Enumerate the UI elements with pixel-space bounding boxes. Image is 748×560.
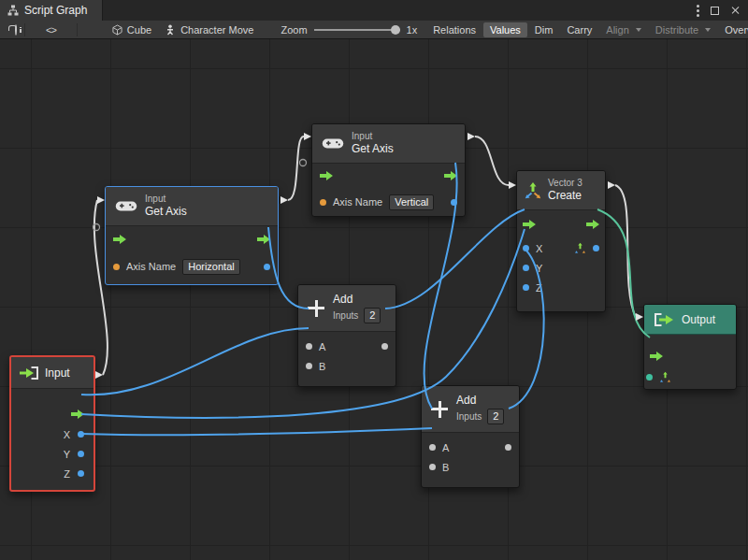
- unity-script-graph-window: Script Graph <> Cube Character Move: [0, 0, 748, 560]
- flow-out-port[interactable]: [444, 171, 457, 180]
- flow-in-port[interactable]: [523, 220, 536, 229]
- input-b-label: B: [319, 361, 325, 372]
- node-vector3-create[interactable]: Vector 3 Create X: [516, 170, 606, 312]
- input-a-label: A: [442, 442, 449, 453]
- node-title: Add: [333, 293, 381, 308]
- node-category: Vector 3: [548, 177, 583, 189]
- maximize-icon[interactable]: [711, 7, 719, 15]
- flow-out-port[interactable]: [257, 235, 270, 244]
- y-in-port[interactable]: [523, 265, 529, 271]
- breadcrumb-character-move-label: Character Move: [180, 24, 253, 36]
- overview-button[interactable]: Overv: [718, 22, 748, 37]
- gamepad-icon: [322, 136, 344, 151]
- breadcrumb-cube-label: Cube: [127, 24, 151, 36]
- breadcrumb-character-move[interactable]: Character Move: [158, 22, 260, 37]
- axis-name-value-field[interactable]: Vertical: [389, 194, 434, 210]
- sum-out-port[interactable]: [381, 343, 388, 350]
- node-title: Output: [682, 313, 715, 326]
- overview-label: Overv: [725, 24, 748, 36]
- x-label: X: [536, 243, 542, 254]
- align-label: Align: [606, 24, 628, 36]
- node-header: Add Inputs 2: [422, 386, 519, 433]
- node-header: Input: [11, 357, 94, 389]
- input-a-port[interactable]: [306, 343, 312, 350]
- info-icon[interactable]: [15, 24, 17, 36]
- node-header: Vector 3 Create: [517, 171, 605, 210]
- x-out-port[interactable]: [78, 431, 84, 438]
- breadcrumb-cube[interactable]: Cube: [106, 22, 158, 37]
- separator: [24, 23, 25, 36]
- tab-script-graph[interactable]: Script Graph: [0, 0, 103, 21]
- result-out-port[interactable]: [451, 199, 457, 206]
- align-dropdown[interactable]: Align: [599, 22, 647, 37]
- node-add-2[interactable]: Add Inputs 2 A B: [421, 385, 520, 488]
- carry-label: Carry: [567, 24, 592, 36]
- script-graph-icon: [7, 5, 19, 16]
- axis-name-label: Axis Name: [333, 196, 382, 208]
- input-b-port[interactable]: [306, 363, 312, 369]
- node-category: Input: [352, 130, 394, 142]
- zoom-label: Zoom: [280, 24, 307, 36]
- flow-in-port[interactable]: [650, 352, 663, 361]
- node-input[interactable]: Input X Y Z: [9, 355, 95, 492]
- node-get-axis-vertical[interactable]: Input Get Axis Axis Name Vertical: [311, 123, 466, 217]
- input-b-label: B: [442, 462, 449, 473]
- result-out-port[interactable]: [264, 264, 270, 270]
- inputs-label: Inputs: [456, 410, 482, 423]
- node-header: Output: [644, 305, 736, 335]
- z-label: Z: [536, 282, 542, 294]
- node-category: Input: [145, 193, 187, 205]
- y-label: Y: [64, 449, 70, 460]
- graph-canvas[interactable]: Input Get Axis Axis Name Horizontal: [0, 39, 748, 560]
- zoom-slider-handle[interactable]: [391, 25, 400, 35]
- values-label: Values: [490, 24, 521, 36]
- relations-button[interactable]: Relations: [426, 22, 482, 37]
- vector-in-port[interactable]: [646, 374, 653, 381]
- zoom-value: 1x: [407, 24, 418, 36]
- flow-out-port[interactable]: [71, 409, 84, 419]
- vector3-mini-icon: [574, 242, 586, 254]
- z-out-port[interactable]: [78, 470, 84, 477]
- edit-code-button[interactable]: <>: [29, 23, 73, 36]
- graph-toolbar: <> Cube Character Move Zoom 1x Rel: [0, 21, 748, 39]
- gamepad-icon: [115, 199, 137, 213]
- z-in-port[interactable]: [523, 284, 529, 291]
- toolbar-buttons: Relations Values Dim Carry Align Distrib…: [426, 22, 748, 37]
- z-label: Z: [64, 468, 70, 480]
- flow-in-port[interactable]: [320, 171, 333, 180]
- axis-name-value-field[interactable]: Horizontal: [182, 259, 240, 275]
- vector3-mini-icon: [659, 371, 671, 383]
- axis-name-port[interactable]: [320, 199, 326, 206]
- input-b-port[interactable]: [429, 464, 436, 470]
- node-get-axis-horizontal[interactable]: Input Get Axis Axis Name Horizontal: [105, 186, 279, 285]
- vector-out-port[interactable]: [593, 245, 599, 251]
- chevron-down-icon: [705, 28, 711, 32]
- distribute-dropdown[interactable]: Distribute: [649, 22, 717, 37]
- node-title: Add: [456, 394, 504, 409]
- x-in-port[interactable]: [523, 245, 529, 251]
- output-icon: [654, 312, 674, 327]
- y-label: Y: [536, 263, 542, 274]
- plus-icon: [308, 300, 324, 317]
- node-output[interactable]: Output: [643, 304, 737, 390]
- vector3-icon: [524, 181, 542, 200]
- input-a-label: A: [319, 341, 325, 352]
- inputs-count-field[interactable]: 2: [364, 308, 381, 323]
- cube-icon: [112, 24, 122, 36]
- relations-label: Relations: [433, 24, 476, 36]
- dim-button[interactable]: Dim: [528, 22, 560, 37]
- inputs-count-field[interactable]: 2: [487, 409, 504, 424]
- plus-icon: [431, 401, 448, 418]
- close-icon[interactable]: [730, 6, 740, 15]
- menu-icon[interactable]: [697, 5, 699, 17]
- axis-name-port[interactable]: [113, 264, 120, 270]
- zoom-slider[interactable]: [314, 29, 400, 31]
- sum-out-port[interactable]: [505, 444, 511, 451]
- y-out-port[interactable]: [78, 451, 84, 457]
- flow-in-port[interactable]: [113, 235, 126, 244]
- carry-button[interactable]: Carry: [560, 22, 598, 37]
- values-button[interactable]: Values: [483, 22, 527, 37]
- flow-out-port[interactable]: [586, 220, 599, 229]
- input-a-port[interactable]: [429, 444, 436, 451]
- node-add-1[interactable]: Add Inputs 2 A B: [297, 284, 396, 387]
